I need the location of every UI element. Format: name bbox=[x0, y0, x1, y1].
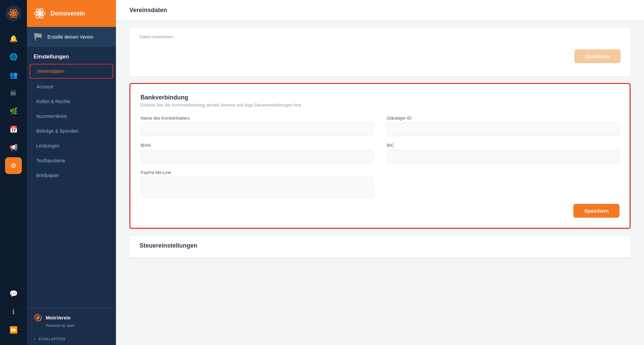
sidebar-item-leistungen[interactable]: Leistungen bbox=[30, 139, 113, 153]
nav-icon-globe[interactable]: 🌐 bbox=[5, 48, 22, 65]
bankverbindung-heading: Bankverbindung bbox=[140, 94, 619, 101]
nav-icon-people[interactable]: 👥 bbox=[5, 67, 22, 83]
footer-brand-name: MeinVerein bbox=[46, 315, 71, 320]
icon-sidebar: 🔔 🌐 👥 🏛 🌿 📅 📢 ⚙ 💬 ℹ ⏩ bbox=[0, 0, 27, 345]
sidebar-item-account[interactable]: Account bbox=[30, 80, 113, 93]
nav-icon-settings[interactable]: ⚙ bbox=[5, 157, 22, 174]
sidebar-item-vereinsdaten[interactable]: Vereinsdaten bbox=[30, 64, 113, 79]
bottom-icons: 💬 ℹ ⏩ bbox=[5, 285, 22, 345]
sidebar-item-nummernkreis[interactable]: Nummernkreis bbox=[30, 110, 113, 123]
nav-icon-chat[interactable]: 💬 bbox=[5, 285, 22, 302]
sidebar-section-title: Einstellungen bbox=[27, 47, 116, 63]
expanded-sidebar: Demoverein 🏁 Erstelle deinen Verein Eins… bbox=[27, 0, 116, 345]
create-club-label: Erstelle deinen Verein bbox=[47, 34, 93, 40]
page-title: Vereinsdaten bbox=[129, 7, 167, 13]
input-kontoinhaber[interactable] bbox=[140, 123, 373, 136]
bankverbindung-footer: Speichern bbox=[140, 197, 619, 218]
label-glaeubiger-id: Gläubiger-ID bbox=[387, 116, 620, 121]
page-header: Vereinsdaten bbox=[116, 0, 644, 21]
bankverbindung-form: Name des Kontoinhabers Gläubiger-ID IBAN… bbox=[140, 116, 619, 197]
footer-brand: MeinVerein bbox=[34, 313, 109, 322]
top-card-section: Daten bearbeiten... Speichern bbox=[129, 28, 631, 76]
top-save-button[interactable]: Speichern bbox=[574, 49, 620, 63]
top-card-description: Daten bearbeiten... bbox=[139, 34, 620, 39]
collapse-label: EINKLAPPEN bbox=[39, 337, 65, 341]
sidebar-logo-icon bbox=[34, 7, 46, 19]
label-iban: IBAN bbox=[140, 143, 373, 148]
input-bic[interactable] bbox=[387, 150, 620, 163]
sidebar-item-beitraege-spenden[interactable]: Beiträge & Spenden bbox=[30, 124, 113, 138]
nav-icon-megaphone[interactable]: 📢 bbox=[5, 139, 22, 156]
field-kontoinhaber: Name des Kontoinhabers bbox=[140, 116, 373, 136]
content-area: Daten bearbeiten... Speichern Bankverbin… bbox=[116, 21, 644, 271]
nav-icons: 🔔 🌐 👥 🏛 🌿 📅 📢 ⚙ bbox=[5, 30, 22, 285]
bankverbindung-subtext: Erfasse hier die Kontoverbindung deines … bbox=[140, 102, 619, 107]
input-glaeubiger-id[interactable] bbox=[387, 123, 620, 136]
top-card-actions: Speichern bbox=[139, 43, 620, 70]
footer-powered-by: Powered by :buhl bbox=[34, 324, 109, 328]
steuereinstellungen-heading: Steuereinstellungen bbox=[139, 242, 620, 249]
nav-icon-bell[interactable]: 🔔 bbox=[5, 30, 22, 47]
steuereinstellungen-section: Steuereinstellungen bbox=[129, 235, 631, 257]
field-paypal: PayPal.Me-Link bbox=[140, 170, 373, 197]
field-glaeubiger-id: Gläubiger-ID bbox=[387, 116, 620, 136]
sidebar-item-textbausteine[interactable]: Textbausteine bbox=[30, 154, 113, 167]
label-kontoinhaber: Name des Kontoinhabers bbox=[140, 116, 373, 121]
sidebar-collapse-button[interactable]: « EINKLAPPEN bbox=[27, 333, 116, 345]
nav-icon-calendar[interactable]: 📅 bbox=[5, 121, 22, 138]
svg-point-0 bbox=[12, 12, 15, 15]
logo-area bbox=[0, 0, 27, 27]
app-logo bbox=[5, 5, 22, 21]
field-iban: IBAN bbox=[140, 143, 373, 163]
nav-icon-leaf[interactable]: 🌿 bbox=[5, 103, 22, 120]
club-name: Demoverein bbox=[50, 10, 85, 17]
bankverbindung-section: Bankverbindung Erfasse hier die Kontover… bbox=[129, 83, 631, 229]
meinverein-logo-icon bbox=[34, 313, 42, 322]
main-content: Vereinsdaten Daten bearbeiten... Speiche… bbox=[116, 0, 644, 345]
sidebar-item-rollen-rechte[interactable]: Rollen & Rechte bbox=[30, 95, 113, 108]
label-bic: BIC bbox=[387, 143, 620, 148]
svg-point-8 bbox=[37, 316, 39, 319]
sidebar-item-briefpapier[interactable]: Briefpapier bbox=[30, 169, 113, 182]
svg-point-4 bbox=[38, 12, 41, 15]
nav-icon-building[interactable]: 🏛 bbox=[5, 85, 22, 101]
nav-icon-exit[interactable]: ⏩ bbox=[5, 321, 22, 338]
sidebar-footer: MeinVerein Powered by :buhl bbox=[27, 308, 116, 333]
nav-icon-info[interactable]: ℹ bbox=[5, 303, 22, 320]
label-paypal: PayPal.Me-Link bbox=[140, 170, 373, 175]
input-paypal[interactable] bbox=[140, 177, 373, 197]
bankverbindung-save-button[interactable]: Speichern bbox=[573, 204, 619, 218]
collapse-icon: « bbox=[34, 337, 36, 341]
field-bic: BIC bbox=[387, 143, 620, 163]
sidebar-header: Demoverein bbox=[27, 0, 116, 27]
input-iban[interactable] bbox=[140, 150, 373, 163]
create-club-button[interactable]: 🏁 Erstelle deinen Verein bbox=[27, 27, 116, 47]
